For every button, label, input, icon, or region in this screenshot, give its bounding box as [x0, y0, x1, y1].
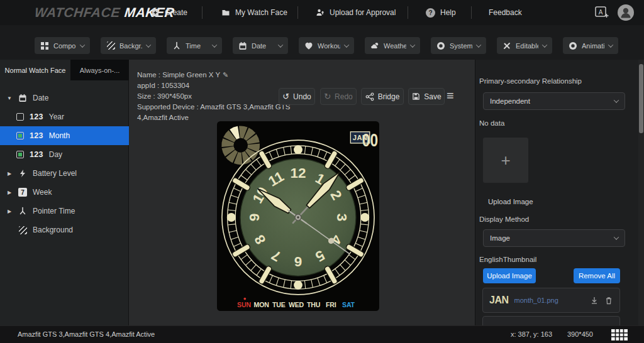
undo-button[interactable]: ↺ Undo: [279, 88, 315, 105]
calendar-icon: [238, 41, 247, 50]
center-hub-dot: [297, 216, 299, 218]
toolbar-editable-button[interactable]: Editable: [497, 37, 552, 54]
redo-icon: ↻: [324, 92, 331, 101]
upload-image-button[interactable]: Upload Image: [483, 268, 536, 283]
chevron-down-icon: [608, 42, 613, 47]
user-avatar[interactable]: [618, 4, 634, 21]
svg-text:12: 12: [290, 165, 306, 181]
sidebar-item-pointer-time[interactable]: ▶ Pointer Time: [0, 202, 129, 220]
file-list-item[interactable]: JAN month_01.png: [482, 288, 620, 313]
watchface-maker-app: WATCHFACE MAKER Create My Watch Face Upl…: [0, 0, 644, 343]
language-icon[interactable]: A: [595, 6, 609, 19]
relationship-select[interactable]: Independent: [483, 92, 625, 110]
tab-always-on-display[interactable]: Always-on-...: [70, 60, 129, 80]
sidebar-item-day[interactable]: 123 Day: [0, 145, 129, 164]
scrollbar-thumb[interactable]: [639, 64, 643, 133]
display-method-select[interactable]: Image: [483, 229, 625, 247]
expander-down-icon[interactable]: ▼: [6, 95, 13, 101]
sidebar-item-label: Year: [49, 112, 64, 121]
save-button[interactable]: Save: [408, 88, 445, 105]
upload-image-dropzone[interactable]: +: [483, 138, 528, 183]
undo-icon: ↺: [282, 92, 289, 101]
chevron-down-icon: [476, 42, 481, 47]
expander-right-icon[interactable]: ▶: [6, 171, 13, 177]
number-123-icon: 123: [30, 112, 43, 121]
bridge-button[interactable]: Bridge: [361, 88, 404, 105]
svg-text:TUE: TUE: [272, 301, 286, 308]
svg-text:FRI: FRI: [326, 301, 336, 308]
chevron-down-icon: [410, 42, 415, 47]
toolbar-weather-button[interactable]: Weather: [365, 37, 420, 54]
help-button[interactable]: ? Help: [426, 0, 456, 25]
tab-label: Always-on-...: [80, 67, 120, 74]
logo-part1: WATCHFACE: [34, 5, 121, 20]
svg-text:A: A: [599, 9, 603, 16]
status-bar: Amazfit GTS 3,Amazfit GTS 4,Amazfit Acti…: [0, 325, 644, 343]
upload-image-caption: Upload Image: [488, 198, 533, 205]
info-name-text: Name : Simple Green X Y: [137, 71, 220, 79]
sidebar-item-month[interactable]: 123 Month: [0, 126, 129, 145]
svg-text:3: 3: [334, 214, 350, 222]
header-divider: [202, 6, 203, 19]
my-watch-face-button[interactable]: My Watch Face: [221, 0, 287, 25]
create-file-plus-icon: [151, 8, 160, 17]
toolbar-background-button[interactable]: Backgr...: [101, 37, 156, 54]
toolbar-date-button[interactable]: Date: [233, 37, 288, 54]
menu-hamburger-icon[interactable]: ≡: [447, 89, 454, 103]
sidebar-item-year[interactable]: 123 Year: [0, 107, 129, 126]
toolbar-label: Animati..: [582, 42, 604, 50]
number-123-icon: 123: [30, 131, 43, 140]
system-nut-icon: [436, 41, 445, 50]
editor-canvas: Name : Simple Green X Y✎ appId : 1053304…: [129, 60, 475, 325]
display-method-value: Image: [490, 234, 510, 242]
upload-for-approval-button[interactable]: Upload for Approval: [316, 0, 396, 25]
create-label: Create: [165, 8, 187, 17]
toolbar-label: Date: [252, 42, 274, 50]
toolbar-label: Weather: [384, 42, 406, 50]
chevron-down-icon: [614, 97, 619, 102]
toolbar-animation-button[interactable]: Animati..: [563, 37, 618, 54]
weather-cloud-sun-icon: [370, 41, 379, 50]
toolbar-label: System: [450, 42, 472, 50]
file-name-link[interactable]: month_01.png: [514, 297, 584, 304]
sidebar-item-background[interactable]: Background: [0, 220, 129, 239]
components-icon: [40, 41, 49, 50]
tab-normal-watch-face[interactable]: Normal Watch Face: [0, 60, 70, 80]
feedback-button[interactable]: Feedback: [489, 0, 522, 25]
toolbar-workout-button[interactable]: Workou..: [299, 37, 354, 54]
expander-right-icon[interactable]: ▶: [6, 209, 13, 214]
sidebar-item-date[interactable]: ▼ Date: [0, 89, 129, 107]
toolbar-components-button[interactable]: Compo...: [35, 37, 90, 54]
toolbar-time-button[interactable]: Time: [167, 37, 222, 54]
undo-label: Undo: [293, 92, 311, 101]
toolbar-label: Backgr...: [119, 42, 142, 50]
grid-toggle-icon[interactable]: [611, 329, 628, 342]
toolbar-label: Workou..: [318, 42, 340, 50]
header: WATCHFACE MAKER Create My Watch Face Upl…: [0, 0, 644, 25]
checkbox-unchecked-icon[interactable]: [16, 113, 24, 121]
sidebar-item-week[interactable]: ▶ 7 Week: [0, 183, 129, 202]
svg-text:6: 6: [294, 254, 303, 270]
upload-for-approval-label: Upload for Approval: [330, 8, 396, 17]
info-device-line: Supported Device : Amazfit GTS 3,Amazfit…: [137, 102, 293, 123]
file-list-item-partial[interactable]: [482, 316, 620, 325]
pointer-hands-icon: [18, 207, 27, 215]
edit-name-icon[interactable]: ✎: [223, 71, 228, 79]
remove-all-button[interactable]: Remove All: [574, 268, 620, 283]
toolbar-system-button[interactable]: System: [431, 37, 486, 54]
trash-icon[interactable]: [604, 296, 613, 305]
sidebar-item-battery-level[interactable]: ▶ Battery Level: [0, 164, 129, 183]
number-123-icon: 123: [30, 150, 43, 159]
chevron-down-icon: [146, 42, 151, 47]
download-icon[interactable]: [590, 296, 599, 305]
save-label: Save: [424, 92, 441, 101]
checkbox-checked-icon[interactable]: [16, 151, 24, 158]
expander-right-icon[interactable]: ▶: [6, 190, 13, 195]
create-button[interactable]: Create: [151, 0, 187, 25]
watchface-preview[interactable]: JAN 00 123456789101112: [217, 121, 379, 311]
chevron-down-icon: [80, 42, 85, 47]
redo-button[interactable]: ↻ Redo: [320, 88, 357, 105]
status-canvas-size: 390*450: [567, 330, 593, 338]
checkbox-checked-icon[interactable]: [16, 132, 24, 139]
sidebar-item-label: Week: [33, 188, 52, 197]
